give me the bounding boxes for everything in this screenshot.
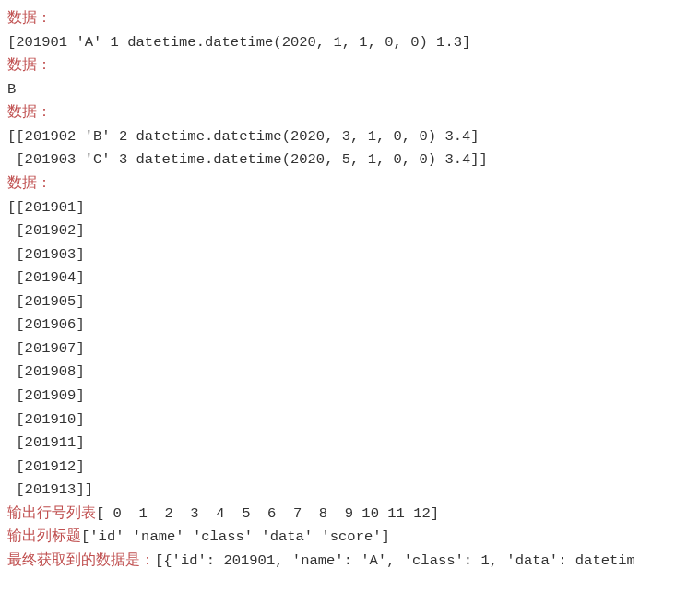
- output-line-4-0: [[201901]: [7, 199, 85, 216]
- output-line-2: B: [7, 81, 16, 98]
- label-final-data: 最终获取到的数据是：: [7, 552, 155, 569]
- output-line-4-6: [201907]: [7, 340, 85, 357]
- row-index-values: [ 0 1 2 3 4 5 6 7 8 9 10 11 12]: [96, 505, 439, 522]
- label-data-2: 数据：: [7, 57, 52, 74]
- output-line-4-2: [201903]: [7, 246, 85, 263]
- final-data-values: [{'id': 201901, 'name': 'A', 'class': 1,…: [155, 552, 635, 569]
- output-line-4-12: [201913]]: [7, 481, 93, 498]
- output-line-4-7: [201908]: [7, 363, 85, 380]
- output-line-4-3: [201904]: [7, 269, 85, 286]
- label-data-1: 数据：: [7, 10, 52, 27]
- output-line-3a: [[201902 'B' 2 datetime.datetime(2020, 3…: [7, 128, 480, 145]
- output-line-3b: [201903 'C' 3 datetime.datetime(2020, 5,…: [7, 151, 488, 168]
- label-row-index: 输出行号列表: [7, 505, 96, 522]
- output-line-4-5: [201906]: [7, 316, 85, 333]
- label-data-3: 数据：: [7, 104, 52, 121]
- output-line-4-8: [201909]: [7, 387, 85, 404]
- output-line-4-9: [201910]: [7, 411, 85, 428]
- output-line-4-11: [201912]: [7, 458, 85, 475]
- label-data-4: 数据：: [7, 175, 52, 192]
- output-line-4-4: [201905]: [7, 293, 85, 310]
- output-line-4-10: [201911]: [7, 434, 85, 451]
- output-line-4-1: [201902]: [7, 222, 85, 239]
- col-titles-values: ['id' 'name' 'class' 'data' 'score']: [81, 528, 390, 545]
- label-col-titles: 输出列标题: [7, 528, 81, 545]
- output-line-1: [201901 'A' 1 datetime.datetime(2020, 1,…: [7, 34, 470, 51]
